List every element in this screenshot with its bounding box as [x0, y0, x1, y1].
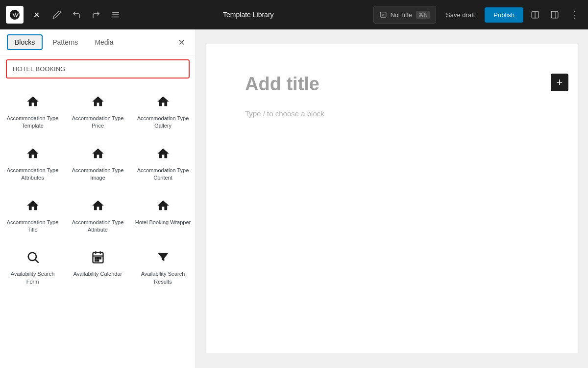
blocks-row-3: Accommodation Type Title Accommodation T… — [0, 190, 196, 242]
search-icon — [26, 250, 40, 266]
block-accommodation-type-attributes[interactable]: Accommodation Type Attributes — [0, 138, 65, 190]
block-accommodation-type-gallery[interactable]: Accommodation Type Gallery — [130, 86, 196, 138]
svg-rect-20 — [99, 258, 100, 259]
block-label-9: Hotel Booking Wrapper — [135, 219, 191, 226]
svg-rect-18 — [95, 260, 96, 261]
house-icon-3 — [156, 95, 170, 111]
choose-block-placeholder[interactable]: Type / to choose a block — [245, 109, 539, 118]
house-icon-7 — [26, 199, 40, 215]
block-label-10: Availability Search Form — [4, 270, 61, 286]
block-label-4: Accommodation Type Attributes — [4, 167, 61, 182]
publish-button[interactable]: Publish — [485, 7, 523, 23]
editor-canvas: Add title Type / to choose a block + — [206, 44, 578, 353]
svg-rect-17 — [97, 258, 98, 259]
no-title-label: No Title — [391, 11, 412, 19]
save-draft-button[interactable]: Save draft — [440, 8, 481, 22]
sidebar-close-button[interactable]: ✕ — [174, 35, 189, 50]
house-icon-1 — [26, 95, 40, 111]
more-options-button[interactable]: ⋮ — [566, 7, 582, 23]
block-hotel-booking-wrapper[interactable]: Hotel Booking Wrapper — [130, 190, 196, 242]
block-label-6: Accommodation Type Content — [135, 167, 191, 182]
shortcut-label: ⌘K — [416, 11, 430, 19]
blocks-grid: Accommodation Type Template Accommodatio… — [0, 82, 196, 368]
blocks-row-4: Availability Search Form — [0, 242, 196, 294]
sidebar: Blocks Patterns Media ✕ Accommodation Ty… — [0, 29, 196, 368]
block-accommodation-type-content[interactable]: Accommodation Type Content — [130, 138, 196, 190]
add-block-button[interactable]: + — [551, 74, 568, 91]
block-label-1: Accommodation Type Template — [4, 115, 61, 130]
block-accommodation-type-attribute[interactable]: Accommodation Type Attribute — [65, 190, 130, 242]
search-input[interactable] — [7, 60, 189, 78]
block-label-12: Availability Search Results — [135, 270, 191, 286]
block-label-7: Accommodation Type Title — [4, 219, 61, 234]
house-icon-4 — [26, 147, 40, 163]
block-availability-calendar[interactable]: Availability Calendar — [65, 242, 130, 294]
calendar-icon — [91, 250, 105, 266]
block-label-11: Availability Calendar — [74, 270, 122, 278]
block-label-2: Accommodation Type Price — [70, 115, 126, 130]
block-label-8: Accommodation Type Attribute — [70, 219, 126, 234]
no-title-field[interactable]: No Title ⌘K — [373, 6, 436, 24]
blocks-row-1: Accommodation Type Template Accommodatio… — [0, 86, 196, 138]
wp-logo — [6, 6, 24, 24]
house-icon-6 — [156, 147, 170, 163]
house-icon-8 — [91, 199, 105, 215]
template-library-title: Template Library — [127, 11, 369, 19]
blocks-row-2: Accommodation Type Attributes Accommodat… — [0, 138, 196, 190]
block-accommodation-type-template[interactable]: Accommodation Type Template — [0, 86, 65, 138]
tab-media[interactable]: Media — [88, 35, 120, 49]
add-title-placeholder[interactable]: Add title — [245, 74, 539, 95]
house-icon-9 — [156, 199, 170, 215]
block-accommodation-type-price[interactable]: Accommodation Type Price — [65, 86, 130, 138]
tab-patterns[interactable]: Patterns — [46, 35, 85, 49]
view-button[interactable] — [527, 7, 543, 23]
pencil-button[interactable] — [49, 7, 65, 23]
block-accommodation-type-title[interactable]: Accommodation Type Title — [0, 190, 65, 242]
svg-point-10 — [28, 253, 36, 261]
house-icon-5 — [91, 147, 105, 163]
filter-icon — [156, 250, 170, 266]
svg-rect-16 — [95, 258, 96, 259]
block-label-5: Accommodation Type Image — [70, 167, 126, 182]
house-icon-2 — [91, 95, 105, 111]
close-button[interactable]: ✕ — [27, 6, 45, 24]
main-layout: Blocks Patterns Media ✕ Accommodation Ty… — [0, 29, 588, 368]
topbar: ✕ Template Library No Title ⌘K — [0, 0, 588, 29]
svg-rect-19 — [97, 260, 98, 261]
block-availability-search-results[interactable]: Availability Search Results — [130, 242, 196, 294]
tab-blocks[interactable]: Blocks — [7, 34, 43, 50]
svg-rect-3 — [380, 12, 386, 18]
settings-button[interactable] — [547, 7, 563, 23]
editor-area: Add title Type / to choose a block + — [196, 29, 588, 368]
sidebar-tabs: Blocks Patterns Media ✕ — [0, 29, 196, 55]
hamburger-button[interactable] — [108, 7, 123, 23]
redo-button[interactable] — [88, 7, 104, 23]
undo-button[interactable] — [69, 7, 84, 23]
svg-line-11 — [35, 260, 38, 263]
svg-rect-8 — [551, 11, 558, 18]
block-accommodation-type-image[interactable]: Accommodation Type Image — [65, 138, 130, 190]
block-availability-search-form[interactable]: Availability Search Form — [0, 242, 65, 294]
search-box — [6, 59, 190, 79]
block-label-3: Accommodation Type Gallery — [135, 115, 191, 130]
